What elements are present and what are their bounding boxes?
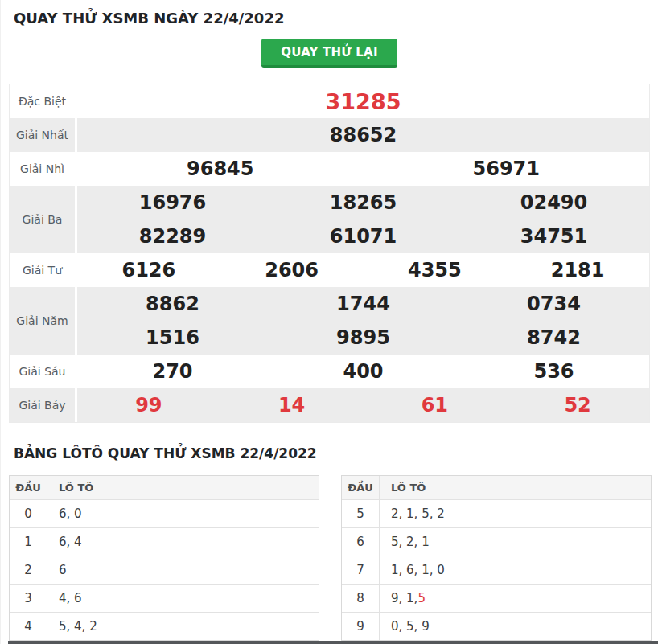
prize-number: 16976 [77, 186, 268, 219]
prize-label: Giải Bảy [10, 388, 77, 422]
loto-values-cell: 5, 2, 1 [380, 528, 651, 556]
prize-number: 31285 [77, 84, 649, 118]
loto-heading: BẢNG LÔTÔ QUAY THỬ XSMB 22/4/2022 [14, 445, 658, 461]
button-row: QUAY THỬ LẠI [1, 39, 658, 68]
prize-row-fifth: Giải Năm 8862 1744 0734 1516 9895 8742 [10, 287, 649, 355]
prize-row-second: Giải Nhì 96845 56971 [10, 152, 649, 186]
prize-row-third: Giải Ba 16976 18265 02490 82289 61071 34… [10, 186, 649, 253]
prize-label: Giải Tư [10, 253, 77, 287]
prize-number: 18265 [268, 186, 459, 219]
prize-label: Giải Nhất [10, 118, 77, 152]
prize-number: 8862 [77, 287, 268, 321]
loto-dau-cell: 6 [342, 528, 380, 556]
loto-dau-cell: 0 [10, 500, 47, 527]
loto-dau-cell: 3 [10, 585, 47, 612]
loto-values-cell: 2, 1, 5, 2 [380, 500, 651, 527]
prize-label: Giải Sáu [10, 355, 77, 388]
loto-values-cell: 6 [47, 556, 319, 584]
loto-dau-cell: 4 [10, 613, 47, 640]
loto-row: 7 1, 6, 1, 0 [342, 556, 651, 584]
prize-number: 52 [506, 388, 649, 422]
loto-header-row: ĐẦU LÔ TÔ [342, 476, 651, 499]
prize-row-sixth: Giải Sáu 270 400 536 [10, 355, 649, 388]
loto-values-cell: 1, 6, 1, 0 [380, 556, 651, 584]
loto-row: 6 5, 2, 1 [342, 527, 651, 556]
loto-values-cell: 6, 4 [47, 528, 319, 556]
prize-number: 0734 [459, 287, 649, 321]
prize-number: 9895 [268, 321, 459, 355]
loto-dau-cell: 2 [10, 556, 47, 584]
prize-number: 8742 [459, 321, 649, 355]
prize-number: 536 [459, 355, 649, 388]
prize-number: 88652 [77, 118, 649, 152]
loto-row: 2 6 [10, 556, 319, 584]
quay-thu-lai-button[interactable]: QUAY THỬ LẠI [261, 39, 397, 68]
prize-number: 270 [77, 355, 268, 388]
prize-number: 99 [77, 388, 220, 422]
loto-dau-cell: 9 [342, 613, 380, 640]
loto-values-cell: 0, 5, 9 [380, 613, 651, 640]
prize-number: 2606 [220, 253, 364, 287]
loto-values-cell: 9, 1, 5 [380, 585, 651, 612]
prize-number: 2181 [506, 253, 649, 287]
loto-col-header-loto: LÔ TÔ [380, 476, 651, 499]
prize-row-special: Đặc Biệt 31285 [10, 84, 649, 118]
prize-number: 14 [220, 388, 364, 422]
prize-number: 6126 [77, 253, 220, 287]
prize-label: Giải Năm [10, 287, 77, 355]
loto-row: 1 6, 4 [10, 527, 319, 556]
prize-number: 34751 [459, 219, 649, 253]
prize-label: Giải Ba [10, 186, 77, 253]
footer-bar [8, 641, 658, 644]
loto-header-row: ĐẦU LÔ TÔ [10, 476, 319, 499]
loto-row: 4 5, 4, 2 [10, 612, 319, 640]
prize-row-first: Giải Nhất 88652 [10, 118, 649, 152]
prize-number: 1744 [268, 287, 459, 321]
prize-label: Giải Nhì [10, 152, 77, 186]
loto-dau-cell: 5 [342, 500, 380, 527]
prize-number: 82289 [77, 219, 268, 253]
prize-label: Đặc Biệt [10, 84, 77, 118]
loto-row: 0 6, 0 [10, 499, 319, 527]
loto-col-header-dau: ĐẦU [10, 476, 47, 499]
prize-row-seventh: Giải Bảy 99 14 61 52 [10, 388, 649, 422]
prize-number: 61 [364, 388, 507, 422]
prize-table: Đặc Biệt 31285 Giải Nhất 88652 Giải Nhì … [9, 84, 650, 423]
prize-number: 400 [268, 355, 459, 388]
loto-values-cell: 4, 6 [47, 585, 319, 612]
loto-values-cell: 6, 0 [47, 500, 319, 527]
loto-col-header-loto: LÔ TÔ [47, 476, 319, 499]
page-title: QUAY THỬ XSMB NGÀY 22/4/2022 [14, 10, 658, 27]
loto-tables: ĐẦU LÔ TÔ 0 6, 0 1 6, 4 2 6 3 4, 6 4 5, … [9, 475, 652, 641]
loto-col-header-dau: ĐẦU [342, 476, 380, 499]
loto-row: 3 4, 6 [10, 584, 319, 612]
loto-table-right: ĐẦU LÔ TÔ 5 2, 1, 5, 2 6 5, 2, 1 7 1, 6,… [341, 475, 652, 641]
prize-number: 1516 [77, 321, 268, 355]
loto-dau-cell: 8 [342, 585, 380, 612]
prize-number: 96845 [77, 152, 364, 186]
loto-row: 9 0, 5, 9 [342, 612, 651, 640]
prize-row-fourth: Giải Tư 6126 2606 4355 2181 [10, 253, 649, 287]
prize-number: 4355 [364, 253, 507, 287]
prize-number: 02490 [459, 186, 649, 219]
loto-values-cell: 5, 4, 2 [47, 613, 319, 640]
loto-row: 5 2, 1, 5, 2 [342, 499, 651, 527]
prize-number: 61071 [268, 219, 459, 253]
page: QUAY THỬ XSMB NGÀY 22/4/2022 QUAY THỬ LẠ… [0, 0, 658, 644]
loto-table-left: ĐẦU LÔ TÔ 0 6, 0 1 6, 4 2 6 3 4, 6 4 5, … [9, 475, 319, 641]
prize-number: 56971 [364, 152, 650, 186]
loto-dau-cell: 7 [342, 556, 380, 584]
loto-dau-cell: 1 [10, 528, 47, 556]
loto-row: 8 9, 1, 5 [342, 584, 651, 612]
